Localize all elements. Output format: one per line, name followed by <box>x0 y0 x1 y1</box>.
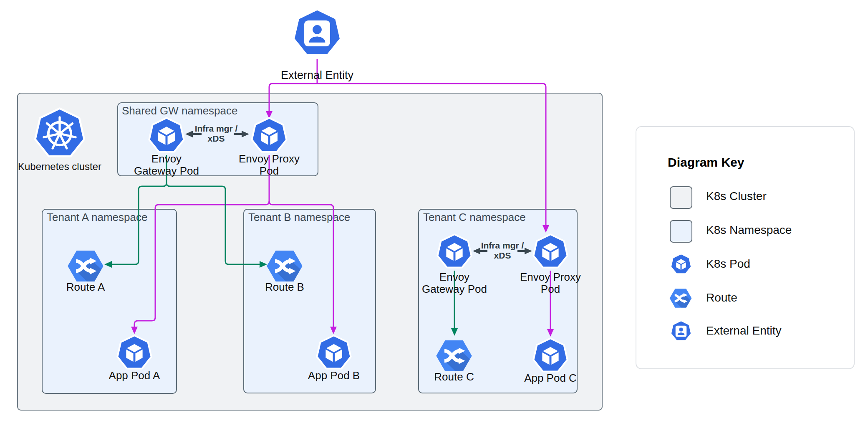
k8s-pod-icon <box>250 117 288 155</box>
k8s-namespace-swatch <box>670 220 692 243</box>
envoy-proxy-pod-c-label: Envoy Proxy Pod <box>505 271 596 295</box>
label-line: Pod <box>505 283 596 295</box>
kubernetes-logo-icon <box>33 106 87 161</box>
k8s-pod-icon <box>532 337 569 375</box>
legend-label-k8s-pod: K8s Pod <box>706 257 750 271</box>
k8s-cluster-swatch <box>670 186 692 209</box>
k8s-pod-icon <box>670 253 692 276</box>
legend-label-route: Route <box>706 291 737 304</box>
label-line: Envoy Proxy <box>505 271 596 283</box>
label-line: xDS <box>465 251 540 261</box>
route-icon <box>669 286 693 310</box>
diagram-key-title: Diagram Key <box>668 155 744 170</box>
k8s-pod-icon <box>315 334 353 372</box>
envoy-proxy-pod-shared-label: Envoy Proxy Pod <box>223 153 315 177</box>
route-b-label: Route B <box>243 281 326 293</box>
legend-label-external-entity: External Entity <box>706 324 782 337</box>
route-a-label: Route A <box>44 281 127 293</box>
envoy-gateway-pod-shared-label: Envoy Gateway Pod <box>121 153 212 177</box>
envoy-gateway-pod-c-label: Envoy Gateway Pod <box>409 271 500 295</box>
diagram-canvas: Shared GW namespace Tenant A namespace T… <box>0 0 868 426</box>
legend-label-k8s-namespace: K8s Namespace <box>706 223 792 237</box>
external-entity-icon <box>670 320 692 342</box>
label-line: Envoy Proxy <box>223 153 315 165</box>
label-line: Gateway Pod <box>121 165 212 177</box>
label-line: Gateway Pod <box>409 283 500 295</box>
label-line: Pod <box>223 165 315 177</box>
app-pod-a-label: App Pod A <box>93 370 176 382</box>
kubernetes-cluster-label: Kubernetes cluster <box>10 160 110 172</box>
label-line: Infra mgr / <box>465 241 540 251</box>
label-line: Infra mgr / <box>179 124 254 134</box>
label-line: xDS <box>179 134 254 144</box>
legend-label-k8s-cluster: K8s Cluster <box>706 190 767 203</box>
route-icon <box>434 336 474 375</box>
app-pod-b-label: App Pod B <box>292 370 376 382</box>
route-c-label: Route C <box>412 371 496 383</box>
app-pod-c-label: App Pod C <box>509 372 592 384</box>
external-entity-label: External Entity <box>267 69 367 81</box>
xds-label-tenant-c: Infra mgr / xDS <box>465 241 540 261</box>
label-line: Envoy <box>121 153 212 165</box>
k8s-pod-icon <box>116 334 153 372</box>
label-line: Envoy <box>409 271 500 283</box>
route-icon <box>66 246 105 286</box>
route-icon <box>265 246 304 286</box>
external-entity-icon <box>291 7 343 60</box>
xds-label-shared: Infra mgr / xDS <box>179 124 254 144</box>
